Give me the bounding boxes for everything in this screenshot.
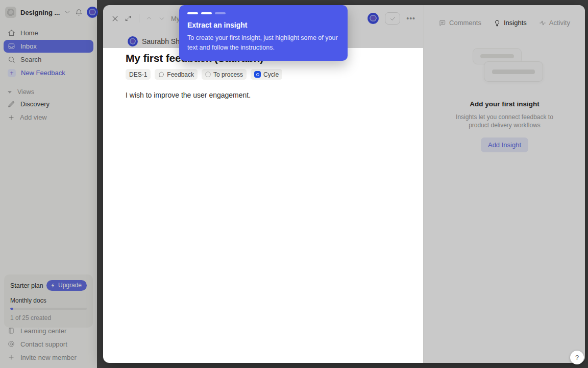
sidebar-item-search[interactable]: Search: [4, 53, 93, 66]
doc-type-chip[interactable]: Feedback: [155, 69, 198, 80]
activity-pulse-icon: [539, 19, 546, 27]
sidebar-item-invite-member[interactable]: Invite new member: [4, 351, 93, 364]
empty-state-description: Insights let you connect feedback to pro…: [456, 113, 553, 129]
sidebar-item-label: New Feedback: [21, 69, 65, 77]
step-bar: [187, 12, 198, 14]
expand-icon[interactable]: [125, 15, 132, 22]
tooltip-body-line: To create your first insight, just highl…: [187, 34, 338, 41]
step-bar: [201, 12, 212, 14]
caret-down-icon: [8, 91, 12, 94]
workspace-logo: [5, 7, 16, 18]
usage-progress-bar: [10, 308, 87, 310]
views-header-label: Views: [17, 88, 34, 96]
sidebar-item-label: Discovery: [20, 100, 50, 108]
property-chips: DES-1 Feedback To process Cycle: [126, 69, 401, 80]
doc-type-label: Feedback: [167, 71, 194, 78]
source-chip[interactable]: Cycle: [251, 69, 282, 80]
sidebar-item-learning-center[interactable]: Learning center: [4, 324, 93, 337]
sidebar-item-discovery[interactable]: Discovery: [4, 98, 93, 110]
insight-cards-illustration: [467, 48, 543, 85]
insights-panel: Comments Insights Activity: [424, 5, 585, 363]
footer-item-label: Learning center: [20, 327, 66, 335]
panel-tabs: Comments Insights Activity: [424, 5, 585, 27]
lightbulb-icon: [494, 19, 501, 27]
tab-activity[interactable]: Activity: [539, 19, 570, 27]
sidebar-item-label: Search: [20, 56, 41, 63]
check-icon: [389, 15, 396, 22]
comment-bubble-icon: [439, 19, 446, 27]
workspace-switcher[interactable]: Designing ...: [0, 0, 97, 18]
help-button[interactable]: ?: [570, 351, 584, 364]
chevron-up-icon[interactable]: [145, 15, 153, 22]
plus-icon: [8, 354, 15, 361]
sidebar-item-label: Add view: [20, 113, 47, 121]
illustration-card: [484, 61, 543, 82]
mark-processed-button[interactable]: [385, 12, 400, 25]
plan-card: Starter plan Upgrade Monthly docs 1 of 2…: [4, 274, 93, 328]
tab-insights[interactable]: Insights: [494, 19, 527, 27]
insights-empty-state: Add your first insight Insights let you …: [424, 48, 585, 152]
tab-comments[interactable]: Comments: [439, 19, 481, 27]
sidebar-item-contact-support[interactable]: Contact support: [4, 337, 93, 351]
app-root: Designing ... Home Inbox: [0, 0, 588, 368]
tooltip-body-line: text and follow the instructions.: [187, 44, 275, 51]
doc-id-chip[interactable]: DES-1: [126, 69, 151, 80]
plan-usage-text: 1 of 25 created: [10, 314, 87, 321]
footer-item-label: Contact support: [20, 340, 67, 348]
status-label: To process: [213, 71, 243, 78]
tab-label: Comments: [449, 19, 481, 27]
pen-icon: [8, 100, 15, 108]
assignee-avatar[interactable]: [368, 13, 379, 24]
speech-bubble-icon: [158, 72, 164, 78]
upgrade-button[interactable]: Upgrade: [46, 280, 87, 291]
toolbar-divider: [139, 14, 139, 22]
sidebar-nav: Home Inbox Search + New Feedback: [0, 27, 97, 79]
empty-state-heading: Add your first insight: [470, 100, 540, 108]
author-avatar[interactable]: [128, 36, 138, 47]
chevron-down-icon[interactable]: [158, 15, 165, 22]
sidebar-item-label: Home: [20, 29, 38, 37]
notifications-bell-icon[interactable]: [75, 9, 83, 16]
home-icon: [8, 29, 15, 37]
step-bar: [215, 12, 226, 14]
tab-label: Activity: [549, 19, 570, 27]
close-icon[interactable]: [111, 15, 119, 22]
sidebar-item-inbox[interactable]: Inbox: [4, 40, 93, 53]
empty-desc-line: Insights let you connect feedback to: [456, 113, 553, 121]
workspace-name: Designing ...: [20, 9, 60, 16]
upgrade-label: Upgrade: [58, 282, 82, 289]
source-label: Cycle: [263, 71, 279, 78]
sidebar-item-home[interactable]: Home: [4, 27, 93, 39]
views-section: Views Discovery Add view: [0, 86, 97, 124]
plan-usage-label: Monthly docs: [10, 297, 87, 304]
inbox-icon: [8, 42, 15, 50]
empty-desc-line: product delivery workflows: [469, 122, 541, 129]
sidebar-item-new-feedback[interactable]: + New Feedback: [4, 66, 93, 79]
plus-icon: +: [8, 69, 16, 77]
help-label: ?: [575, 354, 579, 361]
search-icon: [8, 56, 15, 63]
onboarding-tooltip: Extract an insight To create your first …: [179, 5, 348, 61]
doc-id-label: DES-1: [129, 71, 147, 78]
plus-icon: [8, 114, 15, 121]
sidebar-item-add-view[interactable]: Add view: [4, 111, 93, 124]
more-options-icon[interactable]: •••: [406, 15, 415, 22]
user-avatar[interactable]: [87, 7, 98, 18]
bolt-icon: [51, 283, 56, 288]
status-circle-icon: [205, 72, 211, 77]
sidebar: Designing ... Home Inbox: [0, 0, 97, 368]
feedback-body-text[interactable]: I wish to improve the user engagement.: [126, 91, 401, 99]
book-icon: [8, 327, 15, 334]
tab-label: Insights: [504, 19, 527, 27]
add-insight-button[interactable]: Add Insight: [481, 137, 528, 152]
chevron-down-icon[interactable]: [64, 9, 71, 16]
cycle-logo-icon: [254, 71, 261, 78]
tooltip-title: Extract an insight: [187, 21, 339, 29]
sidebar-item-label: Inbox: [20, 42, 37, 50]
tooltip-body: To create your first insight, just highl…: [187, 33, 339, 53]
plan-name: Starter plan: [10, 282, 43, 289]
tour-step-indicator: [187, 12, 339, 14]
at-sign-icon: [8, 340, 15, 348]
views-section-header[interactable]: Views: [4, 86, 93, 98]
status-chip[interactable]: To process: [202, 69, 247, 80]
